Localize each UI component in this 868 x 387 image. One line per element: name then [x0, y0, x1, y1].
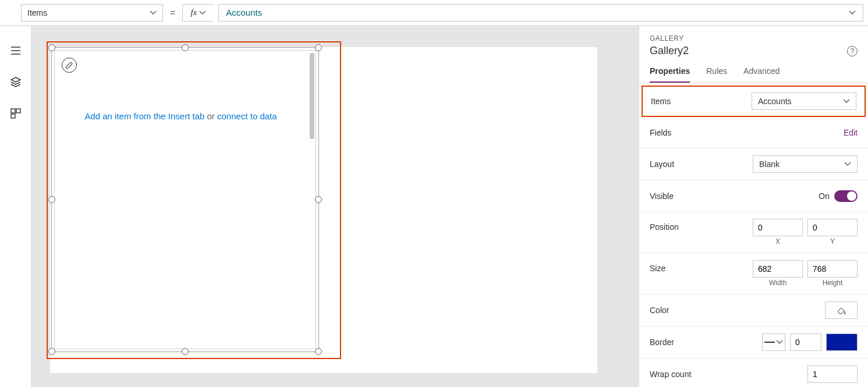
border-color-picker[interactable] — [826, 333, 858, 351]
position-property-row: Position X Y — [639, 212, 868, 253]
resize-handle[interactable] — [315, 196, 322, 203]
resize-handle[interactable] — [182, 44, 189, 51]
edit-template-button[interactable] — [62, 58, 77, 73]
control-name[interactable]: Gallery2 — [650, 45, 689, 57]
chevron-down-icon — [776, 339, 783, 346]
fx-button[interactable]: fx — [182, 4, 214, 22]
fx-label: fx — [190, 8, 197, 17]
formula-text: Accounts — [226, 8, 262, 17]
panel-tabs: Properties Rules Advanced — [639, 66, 868, 83]
layout-property-row: Layout Blank — [639, 148, 868, 180]
resize-handle[interactable] — [48, 196, 55, 203]
resize-handle[interactable] — [182, 348, 189, 355]
layout-label: Layout — [650, 159, 674, 169]
visible-label: Visible — [650, 191, 674, 201]
wrapcount-property-row: Wrap count — [639, 358, 868, 387]
tab-advanced[interactable]: Advanced — [743, 66, 780, 83]
scrollbar[interactable] — [310, 53, 314, 139]
resize-handle[interactable] — [48, 348, 55, 355]
properties-panel: GALLERY Gallery2 ? Properties Rules Adva… — [639, 26, 868, 387]
equals-sign: = — [168, 8, 178, 18]
insert-tab-link[interactable]: Add an item from the Insert tab — [84, 111, 204, 121]
chevron-down-icon — [843, 98, 850, 105]
wrapcount-label: Wrap count — [650, 370, 691, 379]
border-property-row: Border — [639, 326, 868, 358]
resize-handle[interactable] — [315, 44, 322, 51]
fields-property-row: Fields Edit — [639, 117, 868, 148]
resize-handle[interactable] — [48, 44, 55, 51]
color-label: Color — [650, 306, 669, 315]
position-label: Position — [650, 219, 679, 232]
tab-rules[interactable]: Rules — [706, 66, 727, 83]
canvas-area[interactable]: Add an item from the Insert tab or conne… — [31, 26, 639, 387]
formula-bar: Items = fx Accounts — [0, 0, 868, 26]
tab-properties[interactable]: Properties — [650, 66, 690, 83]
color-picker[interactable] — [825, 301, 858, 319]
hamburger-icon[interactable] — [10, 45, 22, 56]
width-sublabel: Width — [753, 279, 803, 287]
position-x-input[interactable] — [753, 219, 803, 236]
size-property-row: Size Width Height — [639, 253, 868, 294]
svg-rect-0 — [11, 109, 15, 113]
fields-label: Fields — [650, 128, 671, 137]
control-type-label: GALLERY — [650, 34, 858, 42]
items-dropdown[interactable]: Accounts — [752, 93, 856, 110]
chevron-down-icon — [844, 161, 851, 168]
pencil-icon — [65, 61, 73, 69]
paint-bucket-icon — [837, 306, 846, 315]
main-area: Add an item from the Insert tab or conne… — [0, 26, 868, 387]
height-sublabel: Height — [807, 279, 858, 287]
svg-rect-2 — [11, 114, 15, 118]
resize-handle[interactable] — [315, 348, 322, 355]
size-width-input[interactable] — [753, 260, 803, 278]
layout-dropdown[interactable]: Blank — [753, 155, 858, 173]
items-property-row: Items Accounts — [642, 86, 866, 117]
border-label: Border — [650, 338, 674, 347]
connect-data-link[interactable]: connect to data — [217, 111, 277, 121]
visible-property-row: Visible On — [639, 180, 868, 212]
panel-header: GALLERY Gallery2 ? — [639, 26, 868, 57]
size-height-input[interactable] — [807, 260, 858, 278]
property-selector[interactable]: Items — [21, 4, 163, 22]
svg-rect-1 — [16, 109, 20, 113]
gallery-template: Add an item from the Insert tab or conne… — [54, 50, 316, 349]
color-property-row: Color — [639, 294, 868, 326]
screen[interactable]: Add an item from the Insert tab or conne… — [50, 47, 597, 373]
components-icon[interactable] — [10, 108, 22, 119]
layers-icon[interactable] — [10, 76, 22, 88]
help-icon[interactable]: ? — [847, 46, 858, 56]
size-label: Size — [650, 260, 665, 273]
visible-state-text: On — [819, 191, 830, 201]
y-sublabel: Y — [807, 237, 858, 246]
border-width-input[interactable] — [790, 333, 821, 351]
gallery-control[interactable]: Add an item from the Insert tab or conne… — [51, 47, 319, 352]
visible-toggle[interactable] — [834, 190, 858, 202]
gallery-placeholder: Add an item from the Insert tab or conne… — [55, 111, 307, 121]
chevron-down-icon — [150, 9, 157, 16]
chevron-down-icon — [849, 9, 856, 16]
position-y-input[interactable] — [807, 219, 858, 236]
fields-edit-link[interactable]: Edit — [844, 128, 858, 137]
items-label: Items — [651, 97, 671, 106]
property-selector-label: Items — [27, 8, 47, 17]
left-rail — [0, 26, 31, 387]
border-style-dropdown[interactable] — [762, 333, 785, 351]
x-sublabel: X — [753, 237, 803, 246]
chevron-down-icon — [199, 9, 206, 16]
formula-input[interactable]: Accounts — [218, 4, 863, 22]
wrapcount-input[interactable] — [807, 365, 858, 383]
